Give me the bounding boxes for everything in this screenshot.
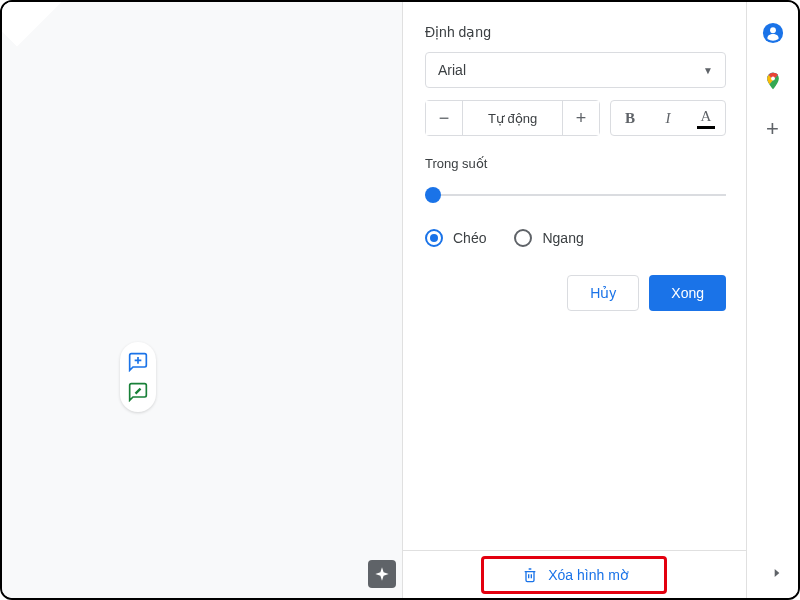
cancel-button[interactable]: Hủy [567,275,639,311]
text-style-group: B I A [610,100,726,136]
font-select[interactable]: Arial ▼ [425,52,726,88]
transparency-slider[interactable] [425,185,726,205]
orientation-diagonal[interactable]: Chéo [425,229,486,247]
done-button[interactable]: Xong [649,275,726,311]
suggest-edit-icon[interactable] [124,378,152,406]
format-controls: − Tự động + B I A [425,100,726,136]
expand-rail-icon[interactable] [770,566,784,584]
svg-point-2 [771,77,775,81]
orientation-horizontal[interactable]: Ngang [514,229,583,247]
font-size-stepper: − Tự động + [425,100,600,136]
watermark-panel: Định dạng Arial ▼ − Tự động + B I A Tron… [402,2,748,598]
bold-button[interactable]: B [611,101,649,135]
radio-label: Ngang [542,230,583,246]
transparency-label: Trong suốt [425,156,726,171]
panel-footer: Xóa hình mờ [402,550,748,598]
explore-button[interactable] [368,560,396,588]
text-color-button[interactable]: A [687,101,725,135]
italic-button[interactable]: I [649,101,687,135]
radio-icon [425,229,443,247]
contacts-icon[interactable] [762,22,784,44]
radio-label: Chéo [453,230,486,246]
add-comment-icon[interactable] [124,348,152,376]
document-canvas[interactable] [2,2,402,598]
delete-watermark-label: Xóa hình mờ [548,567,629,583]
radio-icon [514,229,532,247]
font-select-value: Arial [438,62,466,78]
trash-icon [522,566,538,584]
maps-icon[interactable] [762,70,784,92]
font-size-value[interactable]: Tự động [462,101,563,135]
action-buttons: Hủy Xong [425,275,726,311]
svg-point-1 [770,27,776,33]
format-heading: Định dạng [425,24,726,40]
comment-tools [120,342,156,412]
add-addon-icon[interactable]: + [762,118,784,140]
font-size-decrease[interactable]: − [426,101,462,135]
chevron-down-icon: ▼ [703,65,713,76]
slider-thumb[interactable] [425,187,441,203]
slider-track [425,194,726,196]
font-size-increase[interactable]: + [563,101,599,135]
orientation-radio-group: Chéo Ngang [425,229,726,247]
side-rail: + [746,2,798,598]
delete-watermark-button[interactable]: Xóa hình mờ [508,560,643,590]
